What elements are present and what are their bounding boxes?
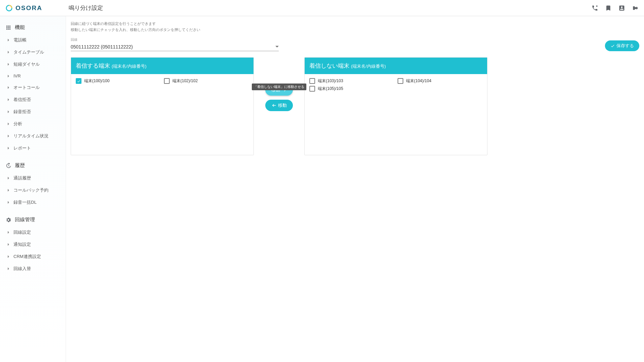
logout-icon[interactable] [632, 5, 639, 11]
chevron-right-icon [7, 176, 10, 180]
history-icon [5, 163, 11, 169]
chevron-right-icon [7, 74, 10, 78]
line-label: 回線 [71, 37, 279, 42]
gear-icon [5, 217, 11, 223]
tooltip-move-right: 「着信しない端末」に移動させる [252, 84, 306, 90]
chevron-right-icon [7, 51, 10, 54]
logo[interactable]: OSORA [5, 4, 66, 12]
sidebar-features-item-1[interactable]: タイムテーブル [0, 46, 66, 58]
sidebar-history-item-2[interactable]: 録音一括DL [0, 196, 66, 208]
account-icon[interactable] [618, 5, 625, 11]
chevron-right-icon [7, 86, 10, 89]
chevron-right-icon [7, 201, 10, 204]
receive-item-0[interactable]: 端末(100)/100 [76, 78, 161, 84]
checkbox[interactable] [398, 78, 403, 84]
move-left-button[interactable]: 移動 [265, 100, 293, 111]
chevron-right-icon [7, 98, 10, 101]
chevron-right-icon [7, 146, 10, 150]
move-controls: 「着信しない端末」に移動させる 移動 移動 [254, 57, 304, 111]
noreceive-item-2[interactable]: 端末(105)/105 [309, 86, 394, 92]
sidebar-line-item-1[interactable]: 通知設定 [0, 238, 66, 251]
sidebar-features-item-8[interactable]: リアルタイム状況 [0, 130, 66, 142]
sidebar-history-item-0[interactable]: 通話履歴 [0, 172, 66, 184]
checkbox[interactable] [164, 78, 170, 84]
chevron-right-icon [7, 110, 10, 113]
chevron-right-icon [7, 243, 10, 246]
sidebar-line-item-0[interactable]: 回線設定 [0, 226, 66, 238]
chevron-right-icon [7, 231, 10, 234]
sidebar-history-item-1[interactable]: コールバック予約 [0, 184, 66, 196]
chevron-right-icon [7, 38, 10, 42]
arrow-left-icon [271, 103, 277, 108]
checkbox[interactable] [76, 78, 81, 84]
noreceive-item-1[interactable]: 端末(104)/104 [398, 78, 482, 84]
checkbox-label: 端末(102)/102 [172, 78, 198, 84]
description: 回線に紐づく端末の着信設定を行うことができます 移動したい端末にチェックを入れ、… [71, 21, 639, 33]
sidebar-features-item-2[interactable]: 短縮ダイヤル [0, 58, 66, 70]
line-select[interactable]: 05011112222 (05011112222) [71, 43, 279, 51]
checkbox-label: 端末(105)/105 [318, 86, 343, 92]
chevron-right-icon [7, 189, 10, 192]
panel-noreceive: 着信しない端末 (端末名/内線番号) 端末(103)/103端末(104)/10… [304, 57, 487, 155]
chevron-right-icon [7, 267, 10, 270]
sidebar-section-history: 履歴 [0, 159, 66, 172]
caret-down-icon [275, 45, 279, 48]
checkbox[interactable] [309, 78, 315, 84]
chevron-right-icon [7, 122, 10, 126]
sidebar-features-item-7[interactable]: 分析 [0, 118, 66, 130]
sidebar-features-item-9[interactable]: レポート [0, 142, 66, 154]
sidebar-features-item-5[interactable]: 着信拒否 [0, 94, 66, 106]
sidebar-features-item-4[interactable]: オートコール [0, 81, 66, 94]
phone-settings-icon[interactable] [591, 5, 598, 11]
sidebar-features-item-3[interactable]: IVR [0, 70, 66, 81]
chevron-right-icon [7, 255, 10, 258]
noreceive-item-0[interactable]: 端末(103)/103 [309, 78, 394, 84]
sidebar-features-item-0[interactable]: 電話帳 [0, 34, 66, 46]
logo-text: OSORA [15, 4, 42, 12]
line-value: 05011112222 (05011112222) [71, 44, 275, 50]
logo-icon [5, 4, 13, 12]
bookmark-icon[interactable] [605, 5, 612, 11]
chevron-right-icon [7, 134, 10, 138]
checkbox-label: 端末(104)/104 [406, 78, 431, 84]
sidebar-section-line: 回線管理 [0, 213, 66, 226]
chevron-right-icon [7, 63, 10, 66]
save-button[interactable]: 保存する [605, 40, 639, 51]
apps-icon [5, 25, 11, 31]
receive-item-1[interactable]: 端末(102)/102 [164, 78, 249, 84]
sidebar-line-item-2[interactable]: CRM連携設定 [0, 251, 66, 263]
app-header: OSORA 鳴り分け設定 [0, 0, 644, 16]
page-title: 鳴り分け設定 [69, 4, 103, 12]
panel-receive: 着信する端末 (端末名/内線番号) 端末(100)/100端末(102)/102 [71, 57, 254, 155]
check-icon [610, 43, 615, 48]
sidebar: 機能 電話帳タイムテーブル短縮ダイヤルIVRオートコール着信拒否録音拒否分析リア… [0, 16, 66, 362]
main-content: 回線に紐づく端末の着信設定を行うことができます 移動したい端末にチェックを入れ、… [66, 16, 644, 362]
sidebar-line-item-3[interactable]: 回線入替 [0, 263, 66, 275]
sidebar-section-features: 機能 [0, 21, 66, 34]
panel-noreceive-header: 着信しない端末 (端末名/内線番号) [305, 58, 487, 74]
checkbox-label: 端末(100)/100 [84, 78, 109, 84]
checkbox[interactable] [309, 86, 315, 92]
sidebar-features-item-6[interactable]: 録音拒否 [0, 106, 66, 118]
panel-receive-header: 着信する端末 (端末名/内線番号) [71, 58, 253, 74]
checkbox-label: 端末(103)/103 [318, 78, 343, 84]
